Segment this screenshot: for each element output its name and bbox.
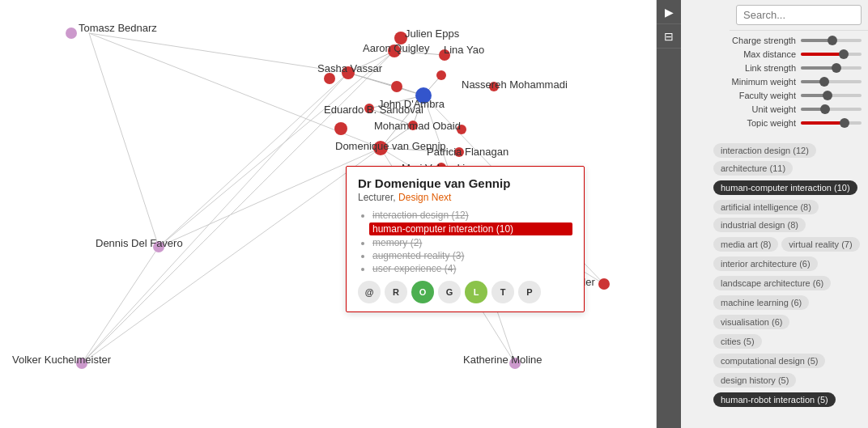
popup-topic-1: human-computer interaction (10) (369, 222, 572, 235)
popup-icon-at[interactable]: @ (358, 281, 381, 303)
tag-9[interactable]: machine learning (6) (713, 295, 809, 310)
popup-icon-r[interactable]: R (385, 281, 407, 303)
play-button[interactable]: ▶ (657, 0, 681, 24)
popup-icon-g[interactable]: G (438, 281, 461, 303)
node-wafa[interactable] (457, 125, 466, 134)
tag-13[interactable]: design history (5) (713, 373, 796, 388)
node-nadine[interactable] (391, 81, 402, 92)
tag-0[interactable]: interaction design (12) (713, 143, 816, 158)
tag-3[interactable]: artificial intelligence (8) (713, 200, 819, 214)
node-katherine[interactable] (509, 358, 521, 369)
node-miller[interactable] (598, 278, 610, 290)
popup-icon-o[interactable]: O (411, 281, 434, 303)
tags-row-2: artificial intelligence (8)industrial de… (712, 198, 862, 234)
svg-line-24 (381, 148, 459, 152)
node-eduardo[interactable] (364, 104, 374, 113)
tag-4[interactable]: industrial design (8) (713, 218, 806, 232)
svg-line-2 (159, 73, 348, 247)
popup-unit-link[interactable]: Design Next (398, 192, 451, 203)
tag-11[interactable]: cities (5) (713, 334, 762, 349)
tags-row-1: human-computer interaction (10) (712, 179, 862, 197)
popup-icon-t[interactable]: T (491, 281, 514, 303)
svg-line-14 (394, 51, 445, 55)
tag-12[interactable]: computational design (5) (713, 354, 825, 368)
svg-line-4 (82, 247, 159, 363)
slider-row-3: Minimum weight (712, 77, 862, 87)
tag-8[interactable]: landscape architecture (6) (713, 276, 831, 290)
node-patricia[interactable] (454, 147, 464, 157)
tags-row-10: design history (5) (712, 371, 862, 389)
tag-6[interactable]: virtual reality (7) (781, 237, 859, 252)
slider-track-1[interactable] (801, 53, 862, 56)
popup-icon-l[interactable]: L (465, 281, 487, 303)
slider-track-0[interactable] (801, 39, 862, 42)
popup-icon-p[interactable]: P (518, 281, 541, 303)
slider-track-4[interactable] (801, 94, 862, 97)
tag-14[interactable]: human-robot interaction (5) (713, 392, 836, 407)
slider-track-2[interactable] (801, 66, 862, 70)
popup-topic-2: memory (2) (372, 237, 572, 248)
svg-line-5 (82, 73, 348, 363)
node-tomasz[interactable] (66, 28, 77, 39)
tags-row-3: media art (8)virtual reality (7) (712, 235, 862, 253)
svg-line-9 (89, 33, 159, 247)
popup-topics: interaction design (12) human-computer i… (358, 210, 572, 274)
node-aaron-quigley[interactable] (388, 44, 401, 57)
slider-row-0: Charge strength (712, 36, 862, 45)
slider-track-3[interactable] (801, 80, 862, 83)
slider-label-1: Max distance (712, 49, 801, 59)
slider-row-5: Unit weight (712, 104, 862, 114)
node-domenique[interactable] (373, 141, 388, 155)
slider-row-1: Max distance (712, 49, 862, 59)
slider-track-6[interactable] (801, 121, 862, 125)
node-masoud[interactable] (436, 70, 446, 80)
svg-line-8 (89, 33, 348, 73)
svg-line-15 (348, 51, 394, 73)
tags-row-0: interaction design (12)architecture (11) (712, 142, 862, 177)
popup-subtitle: Lecturer, Design Next (358, 192, 572, 203)
grid-button[interactable]: ⊟ (657, 24, 681, 49)
node-extra1[interactable] (324, 73, 335, 84)
slider-label-6: Topic weight (712, 118, 801, 128)
tag-5[interactable]: media art (8) (713, 237, 778, 252)
tags-row-5: landscape architecture (6) (712, 274, 862, 292)
node-lina-yao[interactable] (439, 49, 450, 61)
svg-line-22 (381, 95, 423, 148)
slider-label-0: Charge strength (712, 36, 801, 45)
popup-name: Dr Domenique van Gennip (358, 176, 572, 190)
right-panel: ▶ ⊟ Charge strength Max distance Link st… (656, 0, 868, 428)
tags-row-6: machine learning (6) (712, 294, 862, 311)
tags-row-11: human-robot interaction (5) (712, 391, 862, 409)
slider-row-2: Link strength (712, 63, 862, 73)
node-sasha-vassar[interactable] (342, 66, 355, 79)
tags-row-9: computational design (5) (712, 352, 862, 370)
node-john-dambra[interactable] (415, 87, 432, 104)
slider-row-6: Topic weight (712, 118, 862, 128)
popup-icon-row: @ R O G L T P (358, 281, 572, 303)
svg-line-20 (369, 95, 423, 108)
node-mohammad[interactable] (408, 121, 418, 130)
tag-1[interactable]: architecture (11) (713, 161, 793, 176)
tag-7[interactable]: interior architecture (6) (713, 256, 818, 271)
node-volker[interactable] (76, 358, 87, 369)
tag-2[interactable]: human-computer interaction (10) (713, 180, 857, 195)
tags-panel[interactable]: interaction design (12)architecture (11)… (705, 137, 868, 428)
tags-row-7: visualisation (6) (712, 313, 862, 331)
popup-card: Dr Domenique van Gennip Lecturer, Design… (346, 166, 585, 312)
node-extra2[interactable] (334, 122, 347, 135)
icons-column: ▶ ⊟ (657, 0, 681, 428)
slider-track-5[interactable] (801, 108, 862, 111)
search-input[interactable] (736, 5, 862, 25)
search-bar (730, 0, 868, 31)
slider-label-4: Faculty weight (712, 91, 801, 100)
node-dennis[interactable] (153, 241, 164, 252)
tag-10[interactable]: visualisation (6) (713, 315, 789, 329)
popup-topic-4: user experience (4) (372, 263, 572, 274)
slider-row-4: Faculty weight (712, 91, 862, 100)
popup-topic-3: augmented reality (3) (372, 250, 572, 261)
sliders-panel: Charge strength Max distance Link streng… (705, 31, 868, 137)
node-nassereh[interactable] (489, 82, 499, 91)
graph-area[interactable]: Tomasz Bednarz Julien Epps Aaron Quigley… (0, 0, 656, 428)
node-julien-epps[interactable] (394, 32, 407, 44)
slider-label-3: Minimum weight (712, 77, 801, 87)
